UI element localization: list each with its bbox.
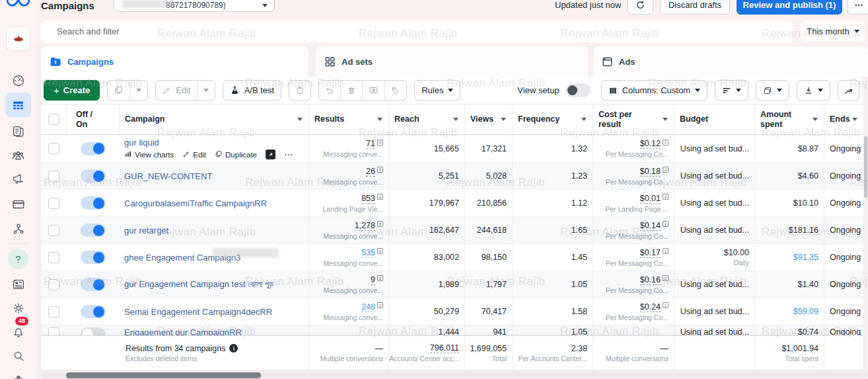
info-icon[interactable]: i	[229, 344, 238, 353]
updates-icon[interactable]	[0, 274, 36, 295]
reports-button[interactable]	[756, 80, 789, 101]
campaign-name-link[interactable]: gur Engagement Campaign test ঝোলা গুড়	[124, 279, 303, 290]
billing-icon[interactable]	[0, 194, 36, 215]
delete-button[interactable]	[341, 81, 362, 100]
row-checkbox[interactable]	[48, 225, 59, 236]
campaign-name-link[interactable]: GUR_NEW-CONTENT	[124, 171, 303, 181]
business-assets-icon[interactable]	[0, 218, 36, 239]
export-button[interactable]	[797, 80, 830, 101]
select-all-checkbox[interactable]	[48, 114, 59, 125]
view-setup-toggle[interactable]	[565, 83, 591, 97]
column-header-reach[interactable]: Reach	[388, 105, 464, 134]
campaign-name-link[interactable]: Engagement gur CampaignRR	[124, 327, 303, 335]
results-value[interactable]: 248	[361, 302, 375, 312]
column-header-budget[interactable]: Budget	[674, 105, 754, 134]
more-row-actions-button[interactable]: ⋯	[284, 149, 293, 159]
edit-row-button[interactable]: Edit	[182, 150, 206, 159]
search-input[interactable]	[57, 26, 785, 36]
more-options-button[interactable]: ⋯	[848, 0, 868, 15]
discard-drafts-button[interactable]: Discard drafts	[660, 0, 730, 15]
campaign-toggle[interactable]	[81, 305, 106, 318]
edit-dropdown[interactable]	[198, 81, 215, 100]
column-header-campaign[interactable]: Campaign	[119, 105, 308, 134]
results-value[interactable]: 535	[361, 248, 375, 258]
footer-reach-value[interactable]: 796,011	[430, 343, 459, 353]
charts-button[interactable]	[838, 80, 859, 101]
swap-assets-button[interactable]	[363, 81, 384, 100]
column-header-ends[interactable]: Ends	[824, 105, 863, 134]
view-charts-button[interactable]: View charts	[124, 150, 174, 159]
column-header-views[interactable]: Views	[464, 105, 512, 134]
account-overview-icon[interactable]	[0, 70, 36, 91]
column-header-amount-spent[interactable]: Amount spent	[754, 105, 824, 134]
open-charts-button[interactable]	[266, 149, 275, 159]
settings-gear-icon[interactable]	[0, 298, 36, 319]
meta-logo-icon[interactable]	[6, 0, 30, 11]
audiences-icon[interactable]	[0, 145, 36, 166]
row-checkbox[interactable]	[48, 279, 59, 290]
row-checkbox[interactable]	[48, 306, 59, 317]
cost-per-result-value[interactable]: $0.24	[640, 302, 661, 312]
campaign-name-link[interactable]: Semai Engagement Campaign4decRR	[124, 307, 303, 317]
cost-per-result-value[interactable]: $0.12	[640, 139, 661, 149]
results-value[interactable]: 9	[371, 275, 375, 285]
refresh-button[interactable]	[628, 0, 653, 15]
cost-per-result-value[interactable]: $0.01	[640, 194, 661, 204]
date-range-selector[interactable]: This month	[801, 21, 865, 42]
campaign-toggle[interactable]	[81, 142, 106, 155]
row-checkbox[interactable]	[48, 171, 59, 182]
tag-button[interactable]	[385, 81, 406, 100]
columns-button[interactable]: Columns: Custom	[601, 80, 707, 101]
business-avatar[interactable]	[6, 26, 30, 51]
column-header-results[interactable]: Results	[308, 105, 388, 134]
breakdown-button[interactable]	[715, 80, 748, 101]
campaign-toggle[interactable]	[81, 196, 106, 210]
results-value[interactable]: 26	[366, 167, 375, 177]
row-checkbox[interactable]	[48, 143, 59, 154]
tab-ads[interactable]: Ads	[593, 46, 868, 77]
horizontal-scrollbar[interactable]	[66, 372, 261, 378]
campaign-toggle[interactable]	[81, 327, 106, 335]
cost-per-result-value[interactable]: $0.16	[640, 275, 661, 285]
create-button[interactable]: + Create	[44, 80, 100, 101]
ads-reporting-icon[interactable]	[0, 121, 36, 142]
search-sidebar-icon[interactable]	[0, 345, 36, 366]
advertising-settings-icon[interactable]	[0, 169, 36, 190]
campaign-toggle[interactable]	[81, 224, 106, 237]
cost-per-result-value[interactable]: $0.17	[640, 248, 661, 258]
amount-spent-value[interactable]: $91.35	[793, 253, 818, 262]
cost-per-result-value[interactable]: $0.18	[640, 167, 661, 177]
campaign-name-link[interactable]: CarogurbalasemiTraffic CampaignRR	[124, 198, 303, 208]
campaign-name-link[interactable]: gur liquid	[124, 138, 303, 147]
results-value[interactable]: 71	[366, 139, 375, 149]
ab-test-button[interactable]: A/B test	[223, 80, 282, 101]
bug-report-icon[interactable]	[0, 369, 36, 379]
rules-button[interactable]: Rules	[414, 80, 460, 101]
tab-ad-sets[interactable]: Ad sets	[316, 46, 588, 77]
results-value[interactable]: 853	[361, 194, 375, 204]
duplicate-button[interactable]	[108, 81, 129, 100]
paste-button[interactable]	[289, 80, 311, 101]
vertical-scrollbar[interactable]	[864, 136, 867, 198]
duplicate-row-button[interactable]: Duplicate	[215, 150, 257, 159]
row-checkbox[interactable]	[48, 252, 59, 263]
column-header-cost-per-result[interactable]: Cost per result	[593, 105, 674, 134]
amount-spent-value[interactable]: $59.09	[793, 307, 818, 316]
help-button[interactable]: ?	[0, 248, 36, 269]
campaigns-nav-icon[interactable]	[0, 95, 36, 116]
row-checkbox[interactable]	[48, 327, 59, 335]
campaign-toggle[interactable]	[81, 169, 106, 183]
search-filter-bar[interactable]	[41, 21, 793, 42]
cost-per-result-value[interactable]: $0.14	[640, 221, 661, 231]
campaign-toggle[interactable]	[81, 278, 106, 291]
tab-campaigns[interactable]: Campaigns	[41, 46, 308, 77]
row-checkbox[interactable]	[48, 198, 59, 209]
edit-button[interactable]: Edit	[156, 81, 196, 100]
campaign-name-link[interactable]: gur retarget	[124, 226, 303, 235]
results-value[interactable]: 1,278	[355, 221, 375, 231]
review-and-publish-button[interactable]: Review and publish (1)	[737, 0, 842, 15]
column-header-frequency[interactable]: Frequency	[512, 105, 593, 134]
notifications-bell-icon[interactable]: 48	[0, 321, 36, 343]
campaign-toggle[interactable]	[81, 251, 106, 264]
duplicate-dropdown[interactable]	[130, 81, 147, 100]
